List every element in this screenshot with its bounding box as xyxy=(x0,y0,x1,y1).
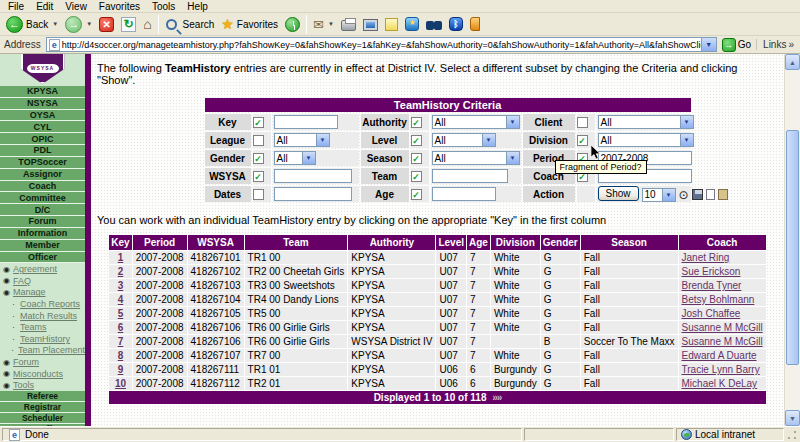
sidebar-item-registrar[interactable]: Registrar xyxy=(0,402,85,413)
league-checkbox[interactable] xyxy=(253,135,264,146)
scrollbar-track[interactable] xyxy=(785,70,800,410)
sidebar-link-manage[interactable]: ◉Manage xyxy=(2,287,85,299)
chevron-down-icon[interactable]: ▼ xyxy=(86,21,92,27)
coach-link[interactable]: Susanne M McGill xyxy=(682,322,763,333)
links-menu[interactable]: Links » xyxy=(756,39,798,50)
sidebar-item-information[interactable]: Information xyxy=(0,228,85,240)
menu-file[interactable]: File xyxy=(2,1,30,12)
wsysa-input[interactable] xyxy=(274,169,352,183)
team-checkbox[interactable]: ✓ xyxy=(411,171,422,182)
coach-link[interactable]: Josh Chaffee xyxy=(682,308,741,319)
team-input[interactable] xyxy=(432,169,508,183)
division-checkbox[interactable]: ✓ xyxy=(577,135,588,146)
coach-link[interactable]: Michael K DeLay xyxy=(682,378,758,389)
gender-checkbox[interactable]: ✓ xyxy=(253,153,264,164)
paste-icon[interactable] xyxy=(718,189,728,200)
coach-link[interactable]: Sue Erickson xyxy=(682,266,741,277)
key-link[interactable]: 3 xyxy=(118,280,124,291)
sidebar-item-pdl[interactable]: PDL xyxy=(0,145,85,157)
coach-link[interactable]: Edward A Duarte xyxy=(682,350,757,361)
sidebar-link-team-placement[interactable]: ·Team Placement xyxy=(2,345,85,357)
messenger-button[interactable] xyxy=(402,16,422,32)
authority-checkbox[interactable]: ✓ xyxy=(411,117,422,128)
print-button[interactable] xyxy=(338,16,359,32)
coach-link[interactable]: Janet Ring xyxy=(682,252,730,263)
scroll-down-icon[interactable]: ▼ xyxy=(785,410,800,426)
key-link[interactable]: 2 xyxy=(118,266,124,277)
sidebar-link-teamhistory[interactable]: ·TeamHistory xyxy=(2,333,85,345)
go-button[interactable]: → Go xyxy=(720,38,753,52)
address-dropdown-icon[interactable]: ▼ xyxy=(701,38,716,51)
export-document-icon[interactable] xyxy=(706,189,715,200)
key-link[interactable]: 6 xyxy=(118,322,124,333)
key-checkbox[interactable]: ✓ xyxy=(253,117,264,128)
sidebar-item-nsysa[interactable]: NSYSA xyxy=(0,98,85,110)
client-checkbox[interactable] xyxy=(577,117,588,128)
season-checkbox[interactable]: ✓ xyxy=(411,153,422,164)
menu-tools[interactable]: Tools xyxy=(146,1,181,12)
sidebar-item-d-c[interactable]: D/C xyxy=(0,204,85,216)
sidebar-item-officer[interactable]: Officer xyxy=(0,252,85,264)
key-link[interactable]: 4 xyxy=(118,294,124,305)
edit-button[interactable] xyxy=(360,17,381,32)
discuss-button[interactable] xyxy=(382,17,401,32)
sidebar-item-oysa[interactable]: OYSA xyxy=(0,110,85,122)
menu-favorites[interactable]: Favorites xyxy=(93,1,146,12)
address-field[interactable]: e ▼ xyxy=(46,37,717,52)
age-checkbox[interactable]: ✓ xyxy=(411,189,422,200)
resize-grip[interactable] xyxy=(786,429,798,441)
forward-button[interactable]: → ▼ xyxy=(62,15,95,34)
sidebar-item-member[interactable]: Member xyxy=(0,240,85,252)
dates-checkbox[interactable] xyxy=(253,189,264,200)
level-select[interactable]: All▼ xyxy=(432,133,496,147)
stop-button[interactable]: ✕ xyxy=(96,16,117,33)
sidebar-item-scheduler[interactable]: Scheduler xyxy=(0,413,85,424)
sidebar-link-forum[interactable]: ◉Forum xyxy=(2,356,85,368)
page-size-select[interactable]: 10▼ xyxy=(642,188,676,202)
dates-input[interactable] xyxy=(274,187,352,201)
coach-link[interactable]: Brenda Tyner xyxy=(682,280,742,291)
history-button[interactable] xyxy=(282,16,303,33)
record-icon[interactable]: ⊙ xyxy=(679,189,689,201)
menu-edit[interactable]: Edit xyxy=(30,1,59,12)
sidebar-item-opic[interactable]: OPIC xyxy=(0,133,85,145)
chevron-down-icon[interactable]: ▼ xyxy=(52,21,58,27)
sidebar-link-agreement[interactable]: ◉Agreement xyxy=(2,263,85,275)
sidebar-item-referee[interactable]: Referee xyxy=(0,391,85,402)
division-select[interactable]: All▼ xyxy=(598,133,694,147)
season-select[interactable]: All▼ xyxy=(432,151,520,165)
key-link[interactable]: 5 xyxy=(118,308,124,319)
refresh-button[interactable]: ↻ xyxy=(118,16,139,33)
client-select[interactable]: All▼ xyxy=(598,115,694,129)
sidebar-link-tools[interactable]: ◉Tools xyxy=(2,379,85,391)
level-checkbox[interactable]: ✓ xyxy=(411,135,422,146)
sidebar-item-cyl[interactable]: CYL xyxy=(0,121,85,133)
key-link[interactable]: 9 xyxy=(118,364,124,375)
favorites-button[interactable]: ★ Favorites xyxy=(218,15,281,33)
sidebar-item-topsoccer[interactable]: TOPSoccer xyxy=(0,157,85,169)
key-link[interactable]: 7 xyxy=(118,336,124,347)
age-input[interactable] xyxy=(432,187,496,201)
home-button[interactable]: ⌂ xyxy=(140,16,154,33)
show-button[interactable]: Show xyxy=(598,186,639,201)
search-button[interactable]: Search xyxy=(162,17,218,32)
sidebar-item-committee[interactable]: Committee xyxy=(0,192,85,204)
key-link[interactable]: 8 xyxy=(118,350,124,361)
sidebar-item-assignor[interactable]: Assignor xyxy=(0,169,85,181)
menu-view[interactable]: View xyxy=(59,1,93,12)
chevron-down-icon[interactable]: ▼ xyxy=(328,21,334,27)
extra-tool-button[interactable] xyxy=(467,16,483,32)
bluetooth-button[interactable]: ᛒ xyxy=(446,16,466,32)
sidebar-item-forum[interactable]: Forum xyxy=(0,216,85,228)
coach-link[interactable]: Susanne M McGill xyxy=(682,336,763,347)
league-select[interactable]: All▼ xyxy=(274,133,330,147)
menu-help[interactable]: Help xyxy=(181,1,214,12)
key-input[interactable] xyxy=(274,115,338,129)
coach-link[interactable]: Betsy Bohlmann xyxy=(682,294,755,305)
scroll-up-icon[interactable]: ▲ xyxy=(785,54,800,70)
coach-link[interactable]: Tracie Lynn Barry xyxy=(682,364,760,375)
mail-button[interactable]: ✉ ▼ xyxy=(310,16,337,33)
sidebar-link-misconducts[interactable]: ◉Misconducts xyxy=(2,368,85,380)
back-button[interactable]: ← Back ▼ xyxy=(3,15,61,34)
sidebar-link-faq[interactable]: ◉FAQ xyxy=(2,275,85,287)
